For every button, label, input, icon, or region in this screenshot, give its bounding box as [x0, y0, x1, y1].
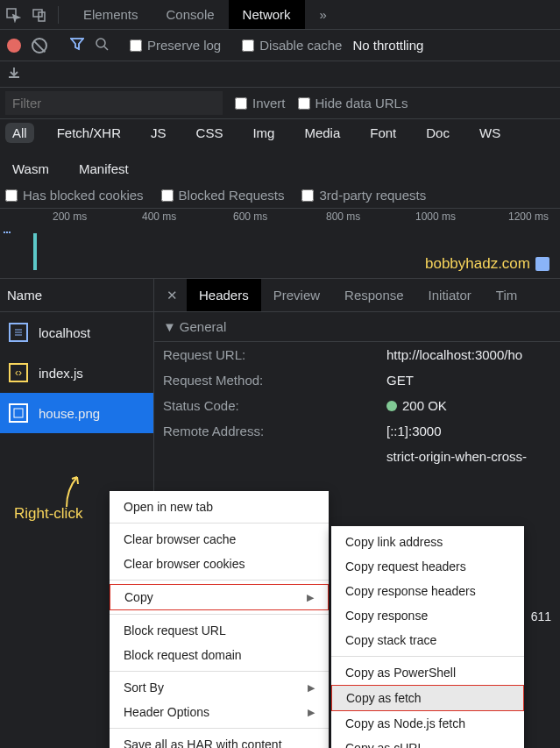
time-mark: 800 ms — [326, 210, 360, 223]
menu-item-copy-as-curl[interactable]: Copy as cURL — [331, 736, 524, 748]
doc-icon — [9, 323, 28, 342]
tab-elements[interactable]: Elements — [69, 0, 152, 29]
time-mark: 600 ms — [233, 210, 267, 223]
disable-cache-label: Disable cache — [259, 38, 342, 53]
filter-manifest[interactable]: Manifest — [72, 159, 136, 179]
invert-checkbox[interactable]: Invert — [235, 96, 286, 110]
request-name: house.png — [39, 406, 100, 421]
filter-media[interactable]: Media — [297, 123, 347, 143]
detail-tab-headers[interactable]: Headers — [187, 279, 261, 311]
filter-doc[interactable]: Doc — [419, 123, 457, 143]
tab-console[interactable]: Console — [152, 0, 229, 29]
more-tabs-icon[interactable]: » — [315, 7, 331, 23]
svg-rect-8 — [14, 409, 23, 417]
header-kv-row: strict-origin-when-cross- — [154, 444, 560, 469]
menu-item-open-in-new-tab[interactable]: Open in new tab — [110, 495, 329, 519]
clear-button[interactable] — [32, 38, 47, 53]
annotation-arrow-icon — [61, 472, 88, 509]
menu-item-copy[interactable]: Copy▶ — [110, 584, 329, 610]
kv-key: Request URL: — [163, 347, 386, 362]
menu-item-clear-browser-cache[interactable]: Clear browser cache — [110, 527, 329, 552]
menu-item-save-all-as-har-with-content[interactable]: Save all as HAR with content — [110, 732, 329, 748]
filter-css[interactable]: CSS — [189, 123, 230, 143]
menu-item-block-request-domain[interactable]: Block request domain — [110, 643, 329, 667]
filter-input[interactable] — [5, 91, 223, 115]
request-row-localhost[interactable]: localhost — [0, 312, 153, 353]
time-mark: 400 ms — [142, 210, 176, 223]
filter-all[interactable]: All — [5, 123, 34, 143]
menu-item-copy-as-fetch[interactable]: Copy as fetch — [331, 685, 524, 711]
blocked-cookies-checkbox[interactable]: Has blocked cookies — [5, 188, 144, 203]
menu-item-copy-request-headers[interactable]: Copy request headers — [331, 554, 524, 579]
blocked-requests-checkbox[interactable]: Blocked Requests — [161, 188, 285, 203]
time-mark: 200 ms — [53, 210, 87, 223]
menu-item-sort-by[interactable]: Sort By▶ — [110, 675, 329, 700]
blocked-requests-label: Blocked Requests — [179, 188, 285, 203]
disable-cache-checkbox[interactable]: Disable cache — [242, 38, 342, 53]
kv-key: Remote Address: — [163, 424, 386, 438]
menu-item-copy-as-node-js-fetch[interactable]: Copy as Node.js fetch — [331, 711, 524, 736]
time-mark: 1200 ms — [508, 210, 549, 223]
third-party-checkbox[interactable]: 3rd-party requests — [301, 188, 426, 203]
kv-key: Status Code: — [163, 398, 386, 413]
filter-wasm[interactable]: Wasm — [5, 159, 56, 179]
menu-item-copy-as-powershell[interactable]: Copy as PowerShell — [331, 660, 524, 685]
menu-item-copy-response[interactable]: Copy response — [331, 603, 524, 628]
device-toggle-icon[interactable] — [32, 7, 47, 23]
request-row-index-js[interactable]: ‹›index.js — [0, 353, 153, 393]
context-menu-copy-submenu: Copy link addressCopy request headersCop… — [331, 526, 524, 748]
filter-font[interactable]: Font — [363, 123, 403, 143]
request-row-house-png[interactable]: house.png — [0, 393, 153, 433]
submenu-arrow-icon: ▶ — [308, 707, 315, 718]
inspect-icon[interactable] — [5, 7, 21, 23]
hide-data-urls-checkbox[interactable]: Hide data URLs — [298, 96, 408, 110]
menu-item-clear-browser-cookies[interactable]: Clear browser cookies — [110, 552, 329, 576]
cube-icon — [535, 257, 549, 271]
tab-network[interactable]: Network — [229, 0, 305, 29]
kv-value: GET — [386, 373, 414, 388]
kv-key — [163, 449, 386, 464]
svg-point-3 — [96, 39, 105, 47]
preserve-log-checkbox[interactable]: Preserve log — [130, 38, 221, 53]
kv-value: [::1]:3000 — [386, 424, 442, 438]
kv-value: 200 OK — [386, 398, 447, 413]
filter-js[interactable]: JS — [144, 123, 174, 143]
detail-tab-response[interactable]: Response — [332, 279, 416, 311]
kv-value: http://localhost:3000/ho — [386, 347, 522, 362]
invert-label: Invert — [252, 96, 286, 110]
filter-toggle-icon[interactable] — [70, 37, 84, 53]
record-button[interactable] — [7, 39, 21, 53]
close-details-icon[interactable]: ✕ — [158, 281, 187, 310]
header-kv-row: Request URL:http://localhost:3000/ho — [154, 342, 560, 367]
menu-item-copy-stack-trace[interactable]: Copy stack trace — [331, 628, 524, 652]
svg-line-4 — [104, 46, 108, 50]
status-dot-icon — [386, 401, 397, 411]
type-filter-row: All Fetch/XHR JS CSS Img Media Font Doc … — [0, 119, 560, 182]
blocked-cookies-label: Has blocked cookies — [23, 188, 144, 203]
request-name: index.js — [39, 366, 83, 381]
extra-code: 611 — [531, 609, 551, 623]
header-kv-row: Remote Address:[::1]:3000 — [154, 418, 560, 444]
header-kv-row: Status Code:200 OK — [154, 393, 560, 418]
detail-tab-initiator[interactable]: Initiator — [416, 279, 484, 311]
menu-item-block-request-url[interactable]: Block request URL — [110, 618, 329, 643]
kv-value: strict-origin-when-cross- — [386, 449, 527, 464]
general-section-toggle[interactable]: ▼General — [154, 312, 560, 342]
menu-item-copy-link-address[interactable]: Copy link address — [331, 530, 524, 554]
download-icon[interactable] — [7, 66, 21, 82]
throttling-dropdown[interactable]: No throttling — [352, 38, 423, 53]
filter-fetch-xhr[interactable]: Fetch/XHR — [50, 123, 128, 143]
detail-tab-timing[interactable]: Tim — [484, 279, 529, 311]
filter-img[interactable]: Img — [245, 123, 281, 143]
watermark: bobbyhadz.com — [425, 255, 549, 273]
menu-item-header-options[interactable]: Header Options▶ — [110, 700, 329, 724]
menu-item-copy-response-headers[interactable]: Copy response headers — [331, 579, 524, 603]
detail-tab-preview[interactable]: Preview — [261, 279, 332, 311]
img-icon — [9, 403, 28, 423]
name-column-header[interactable]: Name — [0, 279, 153, 312]
search-icon[interactable] — [95, 37, 109, 53]
filter-ws[interactable]: WS — [472, 123, 507, 143]
waterfall-timeline[interactable]: 200 ms400 ms600 ms800 ms1000 ms1200 ms b… — [0, 209, 560, 279]
context-menu-main: Open in new tabClear browser cacheClear … — [110, 491, 329, 748]
submenu-arrow-icon: ▶ — [307, 592, 314, 603]
